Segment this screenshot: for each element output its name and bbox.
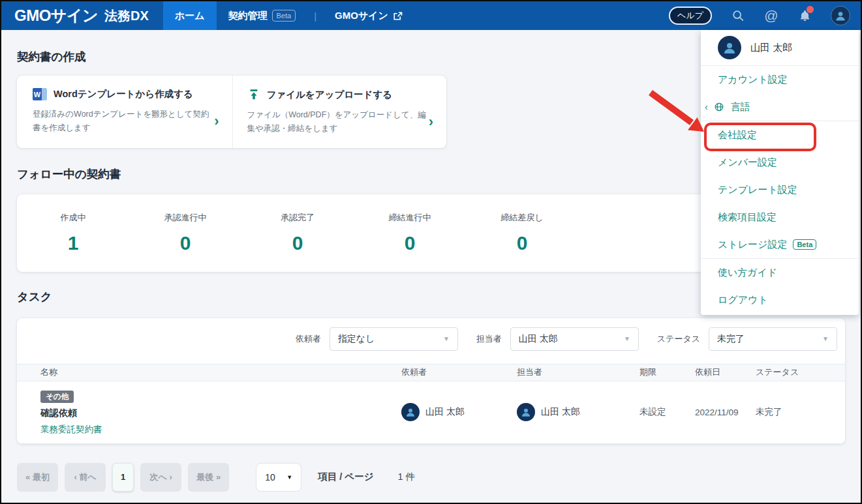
help-button[interactable]: ヘルプ [669, 7, 712, 25]
card-title: ファイルをアップロードする [267, 89, 393, 101]
menu-item-search-item-settings[interactable]: 検索項目設定 [701, 203, 859, 231]
mentions-icon[interactable]: @ [764, 8, 778, 23]
total-count-label: 1 件 [398, 471, 416, 483]
category-badge: その他 [40, 391, 74, 403]
chevron-right-icon: › [214, 114, 219, 128]
chevron-right-icon: › [429, 115, 433, 129]
assignee-avatar [517, 403, 535, 421]
menu-user-row: 山田 太郎 [701, 30, 859, 65]
pagination-last-button[interactable]: 最後 » [188, 463, 229, 492]
menu-item-account-settings[interactable]: アカウント設定 [701, 66, 859, 93]
header-spacer [415, 1, 669, 30]
filter-label-assignee: 担当者 [476, 333, 502, 345]
notifications-bell-icon[interactable] [797, 8, 812, 23]
chevron-left-icon: ‹ [705, 102, 708, 111]
menu-item-logout[interactable]: ログアウト [701, 286, 859, 314]
pagination-bar: « 最初 ‹ 前へ 1 次へ › 最後 » 10 ▼ 項目 / ページ 1 件 [17, 463, 845, 492]
column-header-requester: 依頼者 [401, 366, 517, 378]
column-header-assignee: 担当者 [517, 366, 639, 378]
stat-in-creation: 作成中 1 [17, 212, 129, 254]
app-header: GMOサイン 法務DX ホーム 契約管理 Beta | GMOサイン ヘルプ @ [1, 1, 861, 30]
user-dropdown-menu: 山田 太郎 アカウント設定 ‹ 言語 会社設定 メンバー設定 テンプレート設定 … [701, 30, 859, 315]
status-filter-select[interactable]: 未完了 ▼ [709, 327, 837, 351]
caret-down-icon: ▼ [443, 335, 450, 342]
menu-item-template-settings[interactable]: テンプレート設定 [701, 176, 859, 203]
external-link-icon [393, 10, 403, 21]
notification-dot [807, 6, 814, 13]
filter-label-status: ステータス [657, 333, 700, 345]
per-page-label: 項目 / ページ [318, 471, 373, 483]
word-file-icon: W [33, 88, 47, 100]
pagination-first-button[interactable]: « 最初 [17, 463, 58, 492]
search-icon[interactable] [731, 8, 745, 23]
task-table-header: 名称 依頼者 担当者 期限 依頼日 ステータス [17, 364, 845, 381]
logo-houmu-dx: 法務DX [104, 7, 149, 25]
assignee-cell: 山田 太郎 [517, 403, 639, 421]
tasks-card: 依頼者 指定なし ▼ 担当者 山田 太郎 ▼ ステータス 未完了 ▼ [17, 318, 845, 444]
upload-icon [247, 88, 260, 101]
user-avatar-button[interactable] [831, 6, 850, 25]
requester-cell: 山田 太郎 [401, 403, 517, 421]
create-actions-card: W Wordテンプレートから作成する 登録済みのWordテンプレートを雛形として… [17, 76, 446, 148]
stat-conclusion-in-progress: 締結進行中 0 [354, 212, 466, 254]
deadline-cell: 未設定 [639, 406, 695, 418]
contract-link[interactable]: 業務委託契約書 [40, 424, 401, 436]
card-description: 登録済みのWordテンプレートを雛形として契約書を作成します [33, 108, 213, 136]
menu-user-avatar [718, 36, 741, 59]
column-header-status: ステータス [756, 366, 845, 378]
nav-tab-contract-management[interactable]: 契約管理 Beta [217, 1, 308, 30]
request-date-cell: 2022/11/09 [695, 408, 756, 417]
status-cell: 未完了 [756, 406, 845, 418]
caret-down-icon: ▼ [286, 474, 292, 481]
task-filters: 依頼者 指定なし ▼ 担当者 山田 太郎 ▼ ステータス 未完了 ▼ [17, 318, 845, 364]
beta-badge: Beta [793, 239, 816, 250]
assignee-filter-select[interactable]: 山田 太郎 ▼ [510, 327, 639, 351]
column-header-deadline: 期限 [639, 366, 695, 378]
pagination-next-button[interactable]: 次へ › [140, 463, 181, 492]
caret-down-icon: ▼ [624, 335, 630, 342]
nav-separator: | [307, 1, 323, 30]
menu-item-language[interactable]: ‹ 言語 [701, 93, 859, 121]
task-table-row[interactable]: その他 確認依頼 業務委託契約書 山田 太郎 山田 太郎 [17, 381, 845, 444]
pagination-page-1-button[interactable]: 1 [112, 463, 134, 492]
beta-badge: Beta [272, 10, 296, 22]
nav-tab-home[interactable]: ホーム [163, 1, 217, 30]
requester-filter-select[interactable]: 指定なし ▼ [330, 327, 458, 351]
card-title: Wordテンプレートから作成する [54, 88, 193, 100]
card-description: ファイル（Word/PDF）をアップロードして、編集や承認・締結をします [247, 108, 427, 136]
requester-name: 山田 太郎 [425, 406, 465, 418]
requester-avatar [401, 403, 420, 421]
menu-item-company-settings[interactable]: 会社設定 [701, 121, 859, 149]
globe-icon [714, 102, 725, 113]
filter-label-requester: 依頼者 [296, 333, 321, 345]
logo-gmosign: GMOサイン [14, 5, 98, 26]
menu-item-member-settings[interactable]: メンバー設定 [701, 149, 859, 176]
menu-item-storage-settings[interactable]: ストレージ設定 Beta [701, 231, 859, 258]
task-title: 確認依頼 [40, 408, 401, 419]
menu-item-usage-guide[interactable]: 使い方ガイド [701, 259, 859, 286]
caret-down-icon: ▼ [822, 335, 829, 342]
stat-conclusion-returned: 締結差戻し 0 [466, 212, 578, 254]
nav-tab-gmosign-external[interactable]: GMOサイン [323, 1, 415, 30]
page-size-select[interactable]: 10 ▼ [256, 463, 301, 492]
app-logo[interactable]: GMOサイン 法務DX [1, 1, 163, 30]
column-header-request-date: 依頼日 [695, 366, 756, 378]
pagination-prev-button[interactable]: ‹ 前へ [65, 463, 106, 492]
stat-approval-in-progress: 承認進行中 0 [129, 212, 241, 254]
create-from-word-template-button[interactable]: W Wordテンプレートから作成する 登録済みのWordテンプレートを雛形として… [17, 76, 232, 148]
stat-approval-complete: 承認完了 0 [241, 212, 354, 254]
assignee-name: 山田 太郎 [541, 406, 580, 418]
upload-file-button[interactable]: ファイルをアップロードする ファイル（Word/PDF）をアップロードして、編集… [232, 76, 447, 148]
menu-user-name: 山田 太郎 [750, 42, 792, 54]
column-header-name: 名称 [17, 366, 401, 378]
